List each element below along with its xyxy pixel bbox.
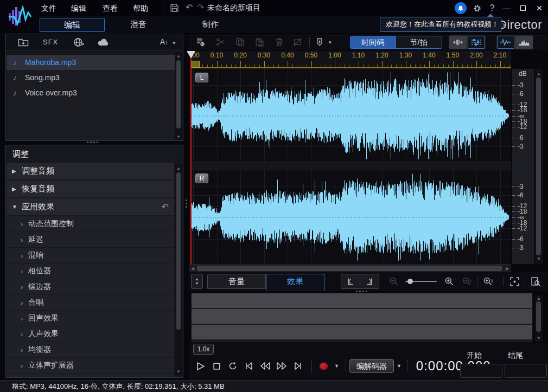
- effect-item[interactable]: ›均衡器: [7, 342, 174, 357]
- trim-icon[interactable]: [291, 36, 304, 48]
- playback-speed-button[interactable]: 1.0x: [193, 344, 214, 355]
- list-item-file[interactable]: ♪Mahoroba.mp3: [7, 55, 175, 70]
- menu-view[interactable]: 查看: [103, 3, 118, 14]
- maximize-button[interactable]: [517, 2, 530, 14]
- panel-splitter-horizontal[interactable]: [87, 142, 98, 143]
- scroll-right-icon[interactable]: ▶: [504, 266, 511, 271]
- fast-forward-button[interactable]: [273, 358, 290, 374]
- mark-out-icon[interactable]: [365, 277, 374, 286]
- waveform-canvas[interactable]: [191, 69, 511, 264]
- fit-to-window-icon[interactable]: [507, 277, 521, 287]
- mark-in-icon[interactable]: [346, 277, 355, 286]
- record-button[interactable]: [315, 358, 332, 374]
- end-time-field[interactable]: [505, 364, 547, 378]
- tab-mix[interactable]: 混音: [130, 20, 146, 30]
- list-item-file[interactable]: ♪Song.mp3: [7, 70, 175, 85]
- cloud-button[interactable]: [97, 38, 110, 47]
- effect-item[interactable]: ›镶边器: [7, 279, 174, 294]
- keyframe-view-icon[interactable]: [468, 36, 485, 49]
- rewind-button[interactable]: [257, 358, 273, 374]
- playhead-handle[interactable]: [187, 51, 195, 59]
- effect-item[interactable]: ›回声效果: [7, 311, 174, 326]
- loop-button[interactable]: [225, 358, 241, 374]
- play-button[interactable]: [192, 358, 208, 374]
- effect-item[interactable]: ›延迟: [7, 232, 174, 247]
- zoom-in-horizontal-icon[interactable]: [442, 277, 456, 287]
- list-item-file[interactable]: ♪Voice over.mp3: [7, 85, 175, 100]
- record-dropdown-caret[interactable]: ▼: [334, 363, 339, 369]
- redo-button[interactable]: ↷: [197, 2, 204, 12]
- zoom-slider[interactable]: [405, 281, 437, 282]
- panel-splitter-vertical[interactable]: [186, 200, 187, 208]
- sfx-button[interactable]: SFX: [43, 38, 58, 46]
- menu-edit[interactable]: 编辑: [71, 3, 86, 14]
- group-restore-audio[interactable]: ▶ 恢复音频: [7, 181, 174, 197]
- minimize-button[interactable]: —: [500, 2, 513, 14]
- effect-item[interactable]: ›动态范围控制: [7, 216, 174, 232]
- properties-icon[interactable]: [194, 36, 207, 48]
- scrollbar-thumb[interactable]: [197, 266, 502, 271]
- download-sounds-button[interactable]: [73, 37, 84, 47]
- lane-splitter[interactable]: [356, 291, 367, 292]
- beats-button[interactable]: 节/拍: [396, 36, 442, 48]
- library-scrollbar[interactable]: ▲ ▼: [175, 52, 182, 140]
- start-time-field[interactable]: [460, 364, 502, 378]
- effect-item[interactable]: ›人声效果: [7, 326, 174, 342]
- help-button[interactable]: ?: [486, 2, 498, 14]
- waveform-horizontal-scrollbar[interactable]: ◀ ▶: [189, 265, 511, 272]
- settings-button[interactable]: [471, 2, 483, 14]
- zoom-out-horizontal-icon[interactable]: [387, 277, 401, 287]
- collapse-lanes-button[interactable]: ▼▼: [191, 274, 203, 289]
- codec-dropdown-caret[interactable]: ▼: [397, 363, 402, 369]
- go-to-end-button[interactable]: [290, 358, 306, 374]
- adjust-scrollbar[interactable]: ▲ ▼: [175, 164, 182, 375]
- group-adjust-audio[interactable]: ▶ 调整音频: [7, 163, 174, 179]
- import-media-button[interactable]: [18, 37, 29, 47]
- menu-help[interactable]: 帮助: [133, 3, 148, 14]
- tab-volume[interactable]: 音量: [207, 274, 266, 289]
- waveform-vertical-scrollbar[interactable]: ▲ ▼: [535, 69, 543, 264]
- effect-item[interactable]: ›混响: [7, 248, 174, 263]
- timecode-button[interactable]: 时间码: [351, 36, 396, 48]
- zoom-in-vertical-icon[interactable]: [481, 277, 495, 287]
- scroll-left-icon[interactable]: ◀: [189, 266, 196, 271]
- tab-produce[interactable]: 制作: [202, 20, 219, 30]
- zoom-to-selection-icon[interactable]: [528, 277, 543, 287]
- tab-edit[interactable]: 编辑: [40, 18, 105, 32]
- menu-file[interactable]: 文件: [41, 3, 56, 14]
- go-to-start-button[interactable]: [241, 358, 257, 374]
- zoom-out-vertical-icon[interactable]: [460, 277, 474, 287]
- cut-icon[interactable]: [214, 36, 227, 48]
- stop-button[interactable]: [208, 358, 225, 374]
- copy-icon[interactable]: [233, 36, 246, 48]
- notifications-button[interactable]: [455, 2, 467, 14]
- time-ruler[interactable]: 0:000:100:200:300:400:501:001:101:201:30…: [191, 51, 511, 68]
- close-button[interactable]: ×: [533, 2, 546, 14]
- db-tick: [512, 146, 515, 147]
- tab-effects[interactable]: 效果: [266, 274, 324, 291]
- sort-button[interactable]: A↑ ▾: [160, 37, 175, 46]
- reset-effects-icon[interactable]: ↶: [162, 202, 169, 212]
- group-apply-effects[interactable]: ▼ 应用效果 ↶: [7, 198, 174, 215]
- paste-icon[interactable]: [253, 36, 266, 48]
- effect-item[interactable]: ›相位器: [7, 264, 174, 279]
- spectral-view-icon[interactable]: [515, 36, 533, 49]
- effect-item[interactable]: ›立体声扩展器: [7, 358, 174, 373]
- marker-icon[interactable]: [313, 36, 326, 48]
- waveform-view-icon[interactable]: [497, 36, 514, 49]
- effect-lane-row[interactable]: [192, 309, 532, 325]
- codec-button[interactable]: 编解码器: [349, 359, 394, 373]
- effect-lane-row[interactable]: [192, 293, 532, 309]
- time-stretch-icon[interactable]: [449, 36, 467, 49]
- undo-button[interactable]: ↶: [186, 2, 193, 12]
- lanes-scrollbar[interactable]: ▲ ▼: [535, 295, 543, 342]
- save-button[interactable]: [170, 3, 179, 12]
- selection-start-marker[interactable]: [192, 61, 200, 68]
- delete-icon[interactable]: [272, 36, 285, 48]
- marker-dropdown-caret[interactable]: ▾: [329, 40, 332, 45]
- tooltip-close-icon[interactable]: ×: [502, 20, 507, 29]
- zoom-slider-thumb[interactable]: [407, 279, 413, 284]
- effect-lane-row[interactable]: [192, 325, 532, 340]
- effect-item[interactable]: ›合唱: [7, 295, 174, 310]
- effect-item[interactable]: ›收音机: [7, 374, 174, 378]
